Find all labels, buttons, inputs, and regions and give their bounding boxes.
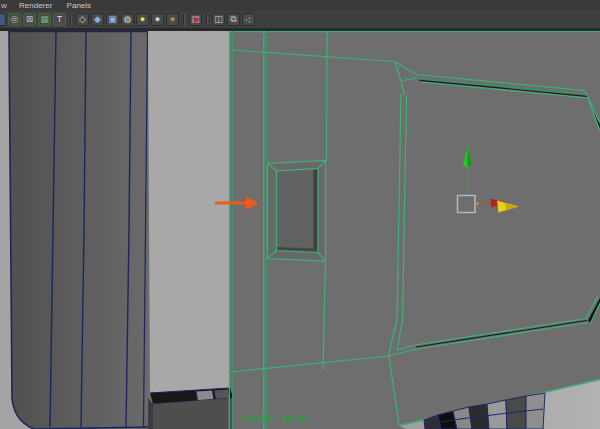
background-light-strip	[148, 31, 233, 429]
safe-title-icon[interactable]: T	[53, 13, 66, 26]
menu-item-partial[interactable]: w	[0, 0, 11, 11]
perspective-viewport[interactable]: Isolate : persp	[0, 31, 600, 429]
default-light-icon[interactable]: ●	[151, 13, 164, 26]
toolbar-separator	[206, 14, 208, 26]
maya-window: { "menu_bar": { "partial_item": "w", "it…	[0, 0, 600, 429]
xray-icon[interactable]: ◫	[212, 13, 225, 26]
isolate-mode-label: Isolate : persp	[243, 412, 308, 423]
textured-mode-icon[interactable]: ▣	[106, 13, 119, 26]
menu-item-renderer[interactable]: Renderer	[13, 0, 58, 11]
smooth-shade-icon[interactable]: ◆	[91, 13, 104, 26]
xray-components-icon[interactable]: ⧉	[227, 13, 240, 26]
all-lights-icon[interactable]: ●	[136, 13, 149, 26]
isolate-select-icon[interactable]: ▤	[189, 13, 202, 26]
toolbar-separator	[70, 14, 72, 26]
partial-icon[interactable]	[0, 13, 6, 26]
default-material-icon[interactable]: ◍	[121, 13, 134, 26]
panel-menu-bar: w Renderer Panels	[0, 0, 600, 11]
toolbar-separator	[183, 14, 185, 26]
panel-toolbar: ◎ ⊠ ▦ T ◇ ◆ ▣ ◍ ● ● ● ▤ ◫ ⧉ ∴	[0, 11, 600, 28]
no-lights-icon[interactable]: ●	[166, 13, 179, 26]
inset-frame[interactable]	[268, 161, 326, 262]
display-filters-icon[interactable]: ∴	[242, 13, 255, 26]
menu-item-panels[interactable]: Panels	[61, 0, 97, 11]
gate-mask-icon[interactable]: ⊠	[23, 13, 36, 26]
field-chart-icon[interactable]: ▦	[38, 13, 51, 26]
wireframe-mode-icon[interactable]: ◇	[76, 13, 89, 26]
resolution-gate-icon[interactable]: ◎	[8, 13, 21, 26]
unselected-mesh-left-panel[interactable]	[9, 31, 148, 429]
